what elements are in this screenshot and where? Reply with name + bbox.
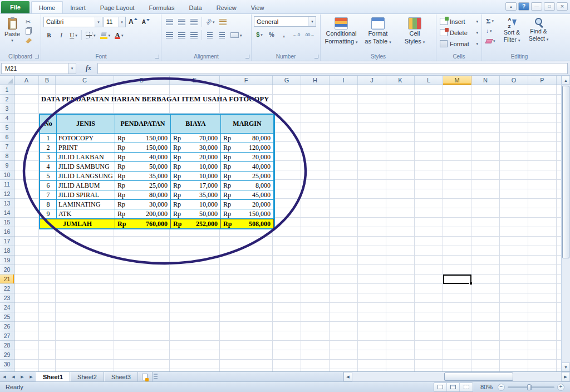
shrink-font-button[interactable]: A (140, 16, 151, 27)
row-header-18[interactable]: 18 (0, 246, 14, 256)
find-select-button[interactable]: Find &Select ▾ (525, 16, 552, 46)
column-header-i[interactable]: I (330, 76, 358, 85)
scroll-up-icon[interactable]: ▲ (562, 76, 570, 85)
cell-no[interactable]: 7 (40, 190, 57, 200)
cell-total-label[interactable]: JUMLAH (40, 219, 115, 228)
column-header-o[interactable]: O (500, 76, 528, 85)
first-sheet-button[interactable]: ◀ (0, 372, 9, 381)
align-center-button[interactable] (176, 30, 187, 41)
cell-jenis[interactable]: JILID SPIRAL (57, 190, 115, 200)
row-header-10[interactable]: 10 (0, 170, 14, 180)
row-header-29[interactable]: 29 (0, 350, 14, 360)
vertical-scroll-track[interactable] (562, 85, 570, 362)
cell-pendapatan[interactable]: Rp200,000 (115, 209, 171, 219)
tab-view[interactable]: View (244, 2, 272, 13)
cell-jenis[interactable]: PRINT (57, 143, 115, 153)
page-break-view-button[interactable] (460, 383, 473, 391)
cut-button[interactable]: ✂ (24, 17, 35, 26)
number-dialog-launcher[interactable] (315, 55, 318, 58)
cell-biaya[interactable]: Rp20,000 (171, 153, 221, 162)
grow-font-button[interactable]: A (127, 16, 139, 27)
cell-no[interactable]: 1 (40, 134, 57, 143)
column-header-a[interactable]: A (14, 76, 39, 85)
scroll-right-icon[interactable]: ▶ (561, 372, 570, 381)
cell-styles-button[interactable]: CellStyles ▾ (396, 16, 433, 45)
percent-style-button[interactable]: % (266, 29, 277, 40)
row-header-14[interactable]: 14 (0, 208, 14, 218)
merge-center-button[interactable]: ▾ (229, 30, 244, 41)
row-header-30[interactable]: 30 (0, 360, 14, 369)
row-header-17[interactable]: 17 (0, 237, 14, 246)
vertical-scroll-thumb[interactable] (562, 86, 569, 258)
font-dialog-launcher[interactable] (155, 55, 159, 58)
sheet-tab-sheet2[interactable]: Sheet2 (70, 372, 104, 381)
cell-margin[interactable]: Rp25,000 (221, 171, 274, 181)
cell-total-amount[interactable]: Rp508,000 (221, 219, 274, 228)
normal-view-button[interactable] (434, 383, 447, 391)
table-header-no[interactable]: No (40, 115, 57, 134)
cell-margin[interactable]: Rp45,000 (221, 190, 274, 200)
delete-cells-button[interactable]: Delete▾ (439, 27, 479, 38)
scroll-left-icon[interactable]: ◀ (343, 372, 352, 381)
cell-no[interactable]: 9 (40, 209, 57, 219)
cell-no[interactable]: 8 (40, 200, 57, 209)
cell-pendapatan[interactable]: Rp150,000 (115, 143, 171, 153)
paste-button[interactable]: Paste ▾ (2, 16, 22, 45)
cell-biaya[interactable]: Rp30,000 (171, 143, 221, 153)
tab-file[interactable]: File (1, 1, 30, 13)
decrease-indent-button[interactable] (204, 30, 215, 41)
align-top-button[interactable] (164, 16, 175, 27)
alignment-dialog-launcher[interactable] (245, 55, 249, 58)
conditional-formatting-button[interactable]: ConditionalFormatting ▾ (323, 16, 360, 45)
row-header-1[interactable]: 1 (0, 85, 14, 95)
row-header-9[interactable]: 9 (0, 161, 14, 170)
comma-style-button[interactable]: , (278, 29, 289, 40)
cell-total-amount[interactable]: Rp252,000 (171, 219, 221, 228)
cell-biaya[interactable]: Rp70,000 (171, 134, 221, 143)
table-header-pendapatan[interactable]: PENDAPATAN (115, 115, 171, 134)
format-painter-button[interactable] (24, 36, 35, 45)
sheet-tab-sheet1[interactable]: Sheet1 (36, 371, 70, 381)
align-left-button[interactable] (164, 30, 175, 41)
align-right-button[interactable] (188, 30, 199, 41)
column-header-h[interactable]: H (301, 76, 330, 85)
cell-pendapatan[interactable]: Rp35,000 (115, 171, 171, 181)
borders-button[interactable]: ▾ (84, 30, 97, 41)
cell-biaya[interactable]: Rp10,000 (171, 162, 221, 171)
italic-button[interactable]: I (56, 30, 67, 41)
insert-cells-button[interactable]: Insert▾ (439, 16, 479, 27)
decrease-decimal-button[interactable]: .00→ (303, 29, 316, 40)
scroll-down-icon[interactable]: ▼ (562, 362, 570, 371)
cell-no[interactable]: 3 (40, 153, 57, 162)
cell-jenis[interactable]: JILID LAKBAN (57, 153, 115, 162)
cell-margin[interactable]: Rp40,000 (221, 162, 274, 171)
row-header-28[interactable]: 28 (0, 341, 14, 350)
column-header-b[interactable]: B (39, 76, 56, 85)
row-header-25[interactable]: 25 (0, 312, 14, 322)
number-format-combo[interactable]: General▾ (254, 16, 316, 27)
tab-page-layout[interactable]: Page Layout (93, 2, 142, 13)
sheet-title-cell[interactable]: DATA PENDAPATAN HARIAN BERBAGAI ITEM USA… (41, 95, 269, 104)
page-layout-view-button[interactable] (447, 383, 460, 391)
increase-decimal-button[interactable]: ←.0 (291, 29, 302, 40)
maximize-icon[interactable]: □ (544, 2, 555, 11)
vertical-scrollbar[interactable]: ▲ ▼ (561, 76, 570, 371)
row-header-8[interactable]: 8 (0, 151, 14, 161)
cell-jenis[interactable]: ATK (57, 209, 115, 219)
table-header-biaya[interactable]: BIAYA (171, 115, 221, 134)
name-box-dropdown[interactable]: ▾ (68, 63, 76, 74)
column-header-e[interactable]: E (170, 76, 220, 85)
horizontal-scroll-track[interactable] (352, 372, 561, 381)
column-header-m[interactable]: M (443, 76, 471, 85)
row-header-7[interactable]: 7 (0, 142, 14, 151)
zoom-slider[interactable]: − + (498, 384, 564, 391)
row-header-20[interactable]: 20 (0, 265, 14, 275)
insert-worksheet-button[interactable] (138, 372, 153, 381)
cell-pendapatan[interactable]: Rp80,000 (115, 190, 171, 200)
tab-splitter[interactable] (154, 374, 158, 380)
font-color-button[interactable]: A▾ (113, 30, 125, 41)
cell-no[interactable]: 6 (40, 181, 57, 190)
format-cells-button[interactable]: Format▾ (439, 38, 479, 49)
zoom-slider-thumb[interactable] (527, 384, 531, 390)
cell-jenis[interactable]: JILID SAMBUNG (57, 162, 115, 171)
